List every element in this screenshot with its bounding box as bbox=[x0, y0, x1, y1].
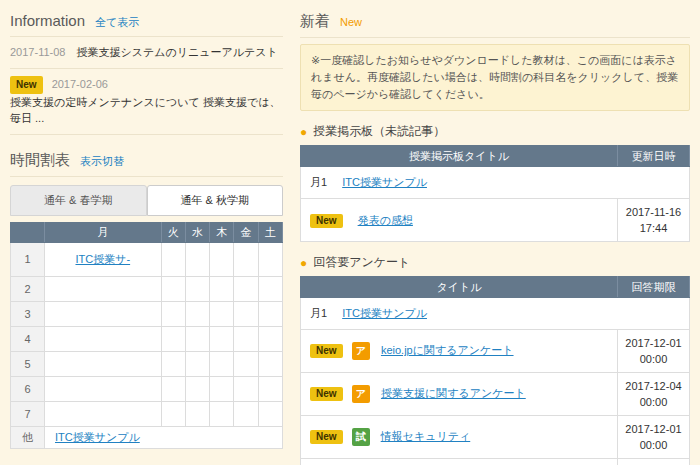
survey-header-row: タイトル 回答期限 bbox=[301, 277, 690, 298]
survey-entry-row: New ア 授業支援に関するアンケート 2017-12-04 00:00 bbox=[301, 373, 690, 416]
course-link[interactable]: ITC授業サンプル bbox=[342, 307, 427, 319]
timetable-cell bbox=[185, 401, 209, 426]
board-table: 授業掲示板タイトル 更新日時 月1 ITC授業サンプル New 発表の感想 20… bbox=[300, 145, 690, 242]
timetable-cell bbox=[210, 242, 234, 276]
tab-spring-semester[interactable]: 通年 & 春学期 bbox=[10, 185, 147, 216]
new-arrivals-header: 新着 New bbox=[300, 12, 690, 31]
period-label: 7 bbox=[11, 401, 45, 426]
left-column: Information 全て表示 2017-11-08 授業支援システムのリニュ… bbox=[10, 8, 283, 465]
board-entry-cell: New 発表の感想 bbox=[301, 199, 618, 242]
information-item[interactable]: New 2017-02-06 授業支援の定時メンテナンスについて 授業支援では、… bbox=[10, 69, 283, 135]
tab-fall-semester[interactable]: 通年 & 秋学期 bbox=[147, 185, 284, 216]
survey-column-deadline: 回答期限 bbox=[618, 277, 690, 298]
survey-entry-deadline: 2017-12-01 00:00 bbox=[618, 330, 690, 373]
survey-entry-row: New 試 情報セキュリティ 2017-12-01 00:00 bbox=[301, 416, 690, 459]
timetable-cell: ITC授業サンプル bbox=[45, 426, 283, 448]
timetable-row-4: 4 bbox=[11, 326, 283, 351]
course-link[interactable]: ITC授業サンプル bbox=[342, 176, 427, 188]
information-item-date: 2017-02-06 bbox=[52, 78, 108, 90]
timetable-cell bbox=[258, 326, 282, 351]
timetable-cell bbox=[258, 351, 282, 376]
category-exam-badge: 試 bbox=[352, 428, 370, 446]
divider bbox=[300, 37, 690, 38]
timetable-cell bbox=[45, 276, 162, 301]
timetable-corner-cell bbox=[11, 222, 45, 242]
timetable-cell bbox=[234, 376, 258, 401]
timetable-cell bbox=[185, 242, 209, 276]
board-heading-label: 授業掲示板（未読記事） bbox=[313, 123, 445, 140]
survey-entry-link[interactable]: 情報セキュリティ bbox=[381, 430, 471, 442]
timetable-cell bbox=[45, 301, 162, 326]
timetable-cell bbox=[234, 326, 258, 351]
survey-entry-cell: New ア keio.jpに関するアンケート bbox=[301, 330, 618, 373]
information-item-date: 2017-11-08 bbox=[10, 46, 65, 58]
timetable-section-header: 時間割表 表示切替 bbox=[10, 151, 283, 170]
timetable-cell bbox=[234, 242, 258, 276]
board-entry-link[interactable]: 発表の感想 bbox=[358, 214, 413, 226]
timetable-cell bbox=[161, 242, 185, 276]
timetable-cell bbox=[258, 276, 282, 301]
timetable-cell bbox=[161, 276, 185, 301]
display-toggle-link[interactable]: 表示切替 bbox=[80, 154, 124, 169]
period-label: 他 bbox=[11, 426, 45, 448]
timetable-cell bbox=[234, 301, 258, 326]
board-heading: ● 授業掲示板（未読記事） bbox=[300, 123, 690, 140]
day-header-sat: 土 bbox=[258, 222, 282, 242]
board-course-cell: 月1 ITC授業サンプル bbox=[301, 167, 690, 199]
timetable-cell bbox=[210, 276, 234, 301]
survey-column-title: タイトル bbox=[301, 277, 618, 298]
information-item-title: 授業支援システムのリニューアルテスト bbox=[77, 46, 278, 58]
notice-box: ※一度確認したお知らせやダウンロードした教材は、この画面には表示されません。再度… bbox=[300, 44, 690, 111]
survey-table: タイトル 回答期限 月1 ITC授業サンプル New ア keio.jpに関する… bbox=[300, 276, 690, 465]
date-value: 2017-12-04 bbox=[625, 380, 681, 392]
course-period-label: 月1 bbox=[310, 176, 327, 188]
survey-entry-deadline: 2017-12-01 00:00 bbox=[618, 416, 690, 459]
timetable-cell bbox=[210, 401, 234, 426]
timetable-title: 時間割表 bbox=[10, 151, 70, 170]
timetable-row-3: 3 bbox=[11, 301, 283, 326]
information-list: 2017-11-08 授業支援システムのリニューアルテスト New 2017-0… bbox=[10, 36, 283, 135]
survey-heading-label: 回答要アンケート bbox=[313, 254, 410, 271]
notice-text: ※一度確認したお知らせやダウンロードした教材は、この画面には表示されません。再度… bbox=[311, 54, 678, 100]
bullet-icon: ● bbox=[300, 125, 307, 139]
divider bbox=[10, 176, 283, 177]
time-value: 00:00 bbox=[640, 396, 668, 408]
information-item-title: 授業支援の定時メンテナンスについて 授業支援では、毎日 ... bbox=[10, 94, 283, 127]
timetable-cell bbox=[210, 326, 234, 351]
timetable-cell bbox=[185, 326, 209, 351]
timetable-cell bbox=[258, 242, 282, 276]
new-arrivals-badge: New bbox=[340, 16, 362, 28]
date-value: 2017-12-01 bbox=[625, 337, 681, 349]
show-all-link[interactable]: 全て表示 bbox=[95, 15, 139, 30]
survey-entry-link[interactable]: keio.jpに関するアンケート bbox=[381, 344, 514, 356]
survey-course-cell: 月1 ITC授業サンプル bbox=[301, 298, 690, 330]
time-value: 00:00 bbox=[640, 353, 668, 365]
timetable-cell bbox=[161, 351, 185, 376]
category-enquete-badge: ア bbox=[352, 342, 370, 360]
board-header-row: 授業掲示板タイトル 更新日時 bbox=[301, 146, 690, 167]
course-link-other[interactable]: ITC授業サンプル bbox=[55, 431, 140, 443]
survey-entry-deadline: 2017-12-04 00:00 bbox=[618, 373, 690, 416]
course-period-label: 月1 bbox=[310, 307, 327, 319]
timetable-cell bbox=[234, 276, 258, 301]
day-header-mon: 月 bbox=[45, 222, 162, 242]
survey-entry-row: New 個 顔写真 2017-12-01 00:00 bbox=[301, 459, 690, 465]
timetable-row-7: 7 bbox=[11, 401, 283, 426]
survey-entry-cell: New ア 授業支援に関するアンケート bbox=[301, 373, 618, 416]
information-section-header: Information 全て表示 bbox=[10, 12, 283, 30]
course-link-mon1[interactable]: ITC授業サ- bbox=[75, 253, 130, 265]
timetable-cell bbox=[161, 301, 185, 326]
timetable-cell bbox=[185, 351, 209, 376]
category-enquete-badge: ア bbox=[352, 385, 370, 403]
period-label: 5 bbox=[11, 351, 45, 376]
information-item[interactable]: 2017-11-08 授業支援システムのリニューアルテスト bbox=[10, 37, 283, 69]
date-value: 2017-11-16 bbox=[626, 206, 681, 218]
time-value: 17:44 bbox=[640, 222, 668, 234]
survey-entry-link[interactable]: 授業支援に関するアンケート bbox=[381, 387, 526, 399]
period-label: 1 bbox=[11, 242, 45, 276]
timetable-cell bbox=[45, 401, 162, 426]
timetable-row-2: 2 bbox=[11, 276, 283, 301]
timetable-cell bbox=[258, 301, 282, 326]
board-entry-date: 2017-11-16 17:44 bbox=[618, 199, 690, 242]
timetable-cell bbox=[234, 351, 258, 376]
